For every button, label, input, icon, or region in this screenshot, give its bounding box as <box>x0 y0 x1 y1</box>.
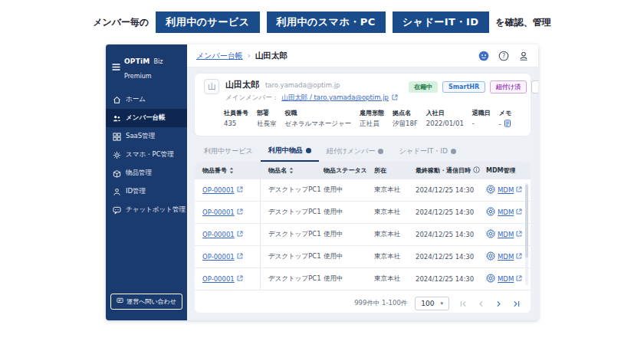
breadcrumb-parent-link[interactable]: メンバー台帳 <box>196 51 243 61</box>
column-header-mdm: MDM管理 <box>478 162 531 179</box>
sidebar-header: OPTiM Biz Premium <box>106 44 187 90</box>
tab-linked-members[interactable]: 紐付けメンバー <box>319 142 392 162</box>
column-header-status[interactable]: 物品ステータス <box>316 162 366 179</box>
chevron-down-icon: ▾ <box>440 300 443 307</box>
headline: メンバー毎の 利用中のサービス 利用中のスマホ・PC シャドーIT・ID を確認… <box>0 11 644 33</box>
external-link-icon <box>237 275 243 283</box>
logo-brand: OPTiM <box>124 57 150 65</box>
page: メンバー毎の 利用中のサービス 利用中のスマホ・PC シャドーIT・ID を確認… <box>0 0 644 338</box>
item-number-link[interactable]: OP-00001 <box>202 253 235 261</box>
item-name-cell: デスクトップPC1 <box>261 224 316 245</box>
external-link-icon <box>237 231 243 238</box>
table-row: OP-00001 デスクトップPC1 使用中 東京本社 2024/12/25 1… <box>195 224 531 246</box>
linked-badge: 紐付け済 <box>490 80 527 94</box>
main-member-link[interactable]: 山田太郎 / taro.yamada@optim.jp <box>281 94 389 103</box>
column-header-item-no[interactable]: 物品番号 <box>195 162 261 179</box>
first-page-button[interactable] <box>460 300 467 307</box>
main-member-label: メインメンバー： <box>225 94 278 103</box>
headline-prefix: メンバー毎の <box>93 16 149 29</box>
mdm-gear-icon <box>486 251 495 262</box>
item-status-cell: 使用中 <box>316 246 366 267</box>
item-number-link[interactable]: OP-00001 <box>202 231 235 238</box>
status-badge: 在籍中 <box>409 81 438 93</box>
item-status-cell: 使用中 <box>316 202 366 223</box>
breadcrumb-current: 山田太郎 <box>255 51 288 61</box>
sidebar-item-id-mgmt[interactable]: ID管理 <box>106 182 187 201</box>
item-status-cell: 使用中 <box>316 224 366 245</box>
sidebar-item-asset-mgmt[interactable]: 物品管理 <box>106 164 187 182</box>
field-leave-date: 退職日 - <box>472 109 491 129</box>
member-identity: 山田太郎 taro.yamada@optim.jp メインメンバー： 山田太郎 … <box>225 79 398 103</box>
sidebar-spacer <box>106 219 187 294</box>
tab-services-in-use[interactable]: 利用中サービス <box>196 142 261 162</box>
breadcrumb: メンバー台帳 › 山田太郎 <box>196 51 288 61</box>
contact-support-button[interactable]: 運営へ問い合わせ <box>110 294 182 310</box>
mdm-link[interactable]: MDM <box>498 231 514 238</box>
memo-note-icon[interactable] <box>504 120 511 129</box>
sidebar-item-saas[interactable]: SaaS管理 <box>106 127 187 146</box>
sort-icon <box>229 167 234 174</box>
content: 山 山田太郎 taro.yamada@optim.jp メインメンバー： 山田太… <box>187 67 538 320</box>
sidebar-item-chatbot[interactable]: チャットボット管理 <box>106 201 187 219</box>
tab-items-in-use[interactable]: 利用中物品 <box>261 142 319 162</box>
sidebar-item-device-mgmt[interactable]: スマホ・PC管理 <box>106 146 187 164</box>
item-number-link[interactable]: OP-00001 <box>202 186 235 194</box>
item-mdm-cell: MDM <box>478 224 531 245</box>
main-member-row: メインメンバー： 山田太郎 / taro.yamada@optim.jp <box>225 94 398 103</box>
next-page-button[interactable] <box>495 300 502 307</box>
mdm-link[interactable]: MDM <box>498 208 514 216</box>
mdm-link[interactable]: MDM <box>498 253 514 261</box>
sidebar-item-label: スマホ・PC管理 <box>126 150 174 159</box>
mdm-gear-icon <box>486 185 495 195</box>
prev-page-button[interactable] <box>478 300 485 307</box>
sidebar-item-home[interactable]: ホーム <box>106 90 187 109</box>
item-mdm-cell: MDM <box>478 246 531 267</box>
help-icon[interactable]: ? <box>498 51 509 61</box>
external-link-icon <box>516 208 522 216</box>
external-link-icon <box>516 231 522 238</box>
item-last-seen-cell: 2024/12/25 14:30 <box>408 224 478 245</box>
sidebar-item-member-ledger[interactable]: メンバー台帳 <box>106 109 187 127</box>
gear-icon <box>113 151 121 159</box>
mdm-link[interactable]: MDM <box>498 186 514 194</box>
field-employment-type: 雇用形態 正社員 <box>360 109 384 129</box>
support-mascot-icon[interactable] <box>478 51 489 61</box>
external-link-icon <box>237 208 243 216</box>
page-size-select[interactable]: 100 ▾ <box>415 297 449 310</box>
home-icon <box>113 96 121 104</box>
mdm-link[interactable]: MDM <box>498 275 514 283</box>
pagination-summary: 999件中 1-100件 <box>354 299 407 308</box>
pagination: 999件中 1-100件 100 ▾ <box>195 290 531 317</box>
avatar: 山 <box>204 79 219 94</box>
tab-shadow-it-id[interactable]: シャドーIT・ID <box>391 142 463 162</box>
field-memo: メモ - <box>499 109 511 129</box>
manage-dropdown-badge[interactable]: ⚙ 管理 ▾ <box>531 80 538 94</box>
hamburger-icon[interactable] <box>112 64 120 71</box>
item-last-seen-cell: 2024/12/25 14:30 <box>408 268 478 290</box>
table-row: OP-00001 デスクトップPC1 使用中 東京本社 2024/12/25 1… <box>195 246 531 268</box>
item-location-cell: 東京本社 <box>366 246 408 267</box>
item-number-link[interactable]: OP-00001 <box>202 208 235 216</box>
headline-box-services: 利用中のサービス <box>156 11 259 33</box>
item-status-cell: 使用中 <box>316 268 366 290</box>
table-row: OP-00001 デスクトップPC1 使用中 東京本社 2024/12/25 1… <box>195 268 531 290</box>
account-icon[interactable] <box>518 51 529 61</box>
column-header-location: 所在 <box>366 162 408 179</box>
last-page-button[interactable] <box>513 300 520 307</box>
external-link-icon <box>516 253 522 261</box>
smarthr-badge: SmartHR <box>442 81 485 93</box>
external-link-icon <box>392 94 398 102</box>
item-name-cell: デスクトップPC1 <box>261 246 316 267</box>
member-card: 山 山田太郎 taro.yamada@optim.jp メインメンバー： 山田太… <box>195 74 531 136</box>
member-email: taro.yamada@optim.jp <box>265 81 340 89</box>
item-number-link[interactable]: OP-00001 <box>202 275 235 283</box>
scrollbar-thumb[interactable] <box>525 185 528 258</box>
sidebar-item-label: メンバー台帳 <box>126 113 166 123</box>
gear-icon: ⚙ <box>537 84 538 90</box>
items-table-panel: 物品番号 物品名 物品ステータス 所在 <box>195 162 531 313</box>
column-header-item-name[interactable]: 物品名 <box>261 162 316 179</box>
mdm-gear-icon <box>486 274 495 284</box>
app-logo: OPTiM Biz Premium <box>124 52 181 81</box>
headline-suffix: を確認、管理 <box>496 16 551 29</box>
item-last-seen-cell: 2024/12/25 14:30 <box>408 202 478 223</box>
